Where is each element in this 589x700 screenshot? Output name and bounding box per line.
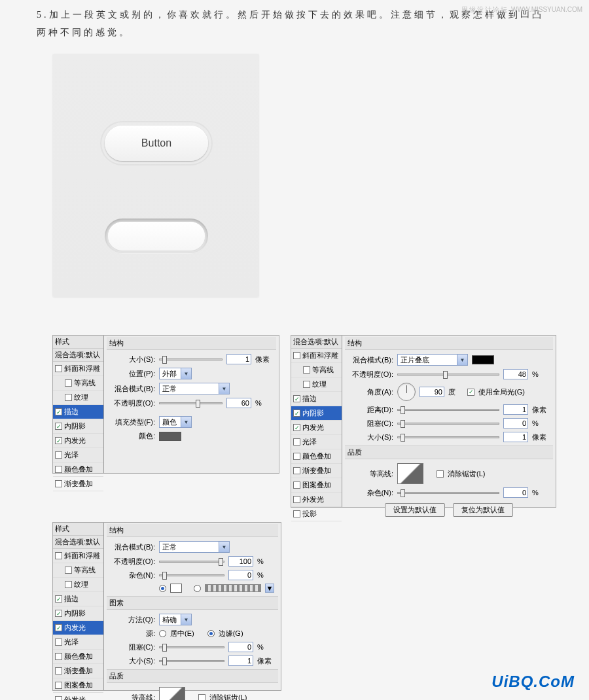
texture-item[interactable]: 纹理 — [53, 391, 103, 405]
style-list: 样式 混合选项:默认 斜面和浮雕 等高线 纹理 描边 内阴影 内发光 光泽 颜色… — [53, 336, 104, 473]
source-center-radio[interactable] — [159, 630, 166, 637]
size-slider[interactable] — [159, 359, 223, 360]
distance-slider[interactable] — [397, 409, 499, 411]
inner-glow-item[interactable]: 内发光 — [53, 434, 103, 448]
opacity-slider[interactable] — [159, 561, 224, 563]
layer-style-panel-inner-glow: 样式 混合选项:默认 斜面和浮雕 等高线 纹理 描边 内阴影 内发光 光泽 颜色… — [52, 522, 281, 691]
contour-picker[interactable] — [159, 687, 185, 700]
opacity-slider[interactable] — [159, 402, 223, 404]
fill-type-select[interactable]: 颜色▼ — [159, 416, 192, 428]
source-edge-radio[interactable] — [207, 630, 215, 637]
reset-default-button[interactable]: 复位为默认值 — [453, 503, 513, 517]
stroke-item[interactable]: 描边 — [53, 405, 103, 419]
structure-group: 结构 — [345, 337, 553, 350]
inner-shadow-item[interactable]: 内阴影 — [53, 606, 103, 621]
gradient-overlay-item[interactable]: 渐变叠加 — [53, 664, 103, 678]
layer-style-panel-stroke: 样式 混合选项:默认 斜面和浮雕 等高线 纹理 描边 内阴影 内发光 光泽 颜色… — [52, 335, 279, 474]
layer-style-panel-inner-shadow: 混合选项:默认 斜面和浮雕 等高线 纹理 描边 内阴影 内发光 光泽 颜色叠加 … — [291, 335, 556, 508]
inner-shadow-item[interactable]: 内阴影 — [53, 419, 103, 434]
color-overlay-item[interactable]: 颜色叠加 — [53, 650, 103, 664]
satin-item[interactable]: 光泽 — [291, 435, 342, 449]
blend-options-header[interactable]: 混合选项:默认 — [291, 336, 342, 349]
size-input[interactable] — [503, 432, 528, 442]
bottom-watermark: UiBQ.CoM — [491, 673, 575, 691]
choke-slider[interactable] — [397, 423, 499, 425]
method-select[interactable]: 精确▼ — [159, 614, 192, 625]
color-swatch[interactable] — [159, 432, 181, 441]
gradient-overlay-item[interactable]: 渐变叠加 — [291, 464, 342, 478]
blend-mode-select[interactable]: 正常▼ — [159, 541, 230, 553]
global-light-check[interactable] — [467, 389, 474, 396]
contour-item[interactable]: 等高线 — [291, 363, 342, 377]
opacity-input[interactable] — [226, 398, 251, 408]
distance-input[interactable] — [503, 404, 528, 415]
elements-group: 图素 — [107, 596, 278, 610]
contour-item[interactable]: 等高线 — [53, 376, 103, 391]
button-preview-panel: Button — [52, 54, 259, 297]
angle-input[interactable] — [419, 387, 444, 397]
quality-group: 品质 — [345, 446, 553, 459]
satin-item[interactable]: 光泽 — [53, 448, 103, 463]
choke-input[interactable] — [228, 642, 253, 652]
inner-shadow-item[interactable]: 内阴影 — [291, 406, 342, 421]
color-overlay-item[interactable]: 颜色叠加 — [291, 449, 342, 464]
top-watermark: 思缘设计论坛WWW.MISSYUAN.COM — [461, 5, 582, 14]
choke-input[interactable] — [503, 418, 528, 429]
stroke-item[interactable]: 描边 — [291, 392, 342, 406]
gradient-bar[interactable] — [205, 584, 261, 592]
blend-options-header[interactable]: 混合选项:默认 — [53, 349, 103, 362]
noise-input[interactable] — [503, 487, 528, 498]
gradient-radio[interactable] — [194, 585, 201, 592]
shadow-color-swatch[interactable] — [472, 355, 494, 364]
style-list: 混合选项:默认 斜面和浮雕 等高线 纹理 描边 内阴影 内发光 光泽 颜色叠加 … — [291, 336, 342, 507]
size-input[interactable] — [228, 656, 253, 666]
outer-glow-item[interactable]: 外发光 — [53, 693, 103, 700]
noise-input[interactable] — [228, 570, 253, 580]
gradient-overlay-item[interactable]: 渐变叠加 — [53, 477, 103, 491]
blendройmode-select[interactable]: 正片叠底▼ — [397, 354, 468, 366]
bevel-item[interactable]: 斜面和浮雕 — [53, 362, 103, 376]
styles-header: 样式 — [53, 336, 103, 349]
structure-group: 结构 — [107, 337, 276, 350]
contour-item[interactable]: 等高线 — [53, 563, 103, 578]
opacity-slider[interactable] — [397, 374, 499, 376]
position-select[interactable]: 外部▼ — [159, 368, 192, 379]
texture-item[interactable]: 纹理 — [291, 377, 342, 392]
blend-mode-select[interactable]: 正常▼ — [159, 383, 230, 394]
glow-color-swatch[interactable] — [170, 584, 182, 593]
inner-glow-item[interactable]: 内发光 — [291, 421, 342, 435]
bevel-item[interactable]: 斜面和浮雕 — [291, 349, 342, 363]
color-overlay-item[interactable]: 颜色叠加 — [53, 463, 103, 477]
stroke-item[interactable]: 描边 — [53, 592, 103, 606]
angle-dial[interactable] — [397, 383, 416, 401]
noise-slider[interactable] — [159, 574, 224, 576]
size-input[interactable] — [226, 354, 251, 364]
size-slider[interactable] — [159, 660, 224, 662]
blend-options-header[interactable]: 混合选项:默认 — [53, 536, 103, 549]
noise-slider[interactable] — [397, 492, 499, 494]
convex-button-sample: Button — [105, 126, 208, 161]
antialias-check[interactable] — [198, 694, 205, 701]
size-slider[interactable] — [397, 436, 499, 438]
styles-header: 样式 — [53, 523, 103, 536]
outer-glow-item[interactable]: 外发光 — [291, 493, 342, 507]
pattern-overlay-item[interactable]: 图案叠加 — [53, 678, 103, 693]
inner-glow-settings: 结构 混合模式(B):正常▼ 不透明度(O):% 杂色(N):% ▼ 图素 方法… — [104, 523, 281, 690]
color-radio[interactable] — [159, 585, 166, 592]
pattern-overlay-item[interactable]: 图案叠加 — [291, 478, 342, 493]
inner-shadow-settings: 结构 混合模式(B):正片叠底▼ 不透明度(O):% 角度(A):度使用全局光(… — [342, 336, 556, 507]
opacity-input[interactable] — [503, 369, 528, 379]
contour-picker[interactable] — [397, 463, 423, 484]
antialias-check[interactable] — [437, 470, 444, 478]
structure-group: 结构 — [107, 524, 278, 537]
texture-item[interactable]: 纹理 — [53, 578, 103, 592]
quality-group: 品质 — [107, 669, 278, 683]
inner-glow-item[interactable]: 内发光 — [53, 621, 103, 635]
bevel-item[interactable]: 斜面和浮雕 — [53, 549, 103, 563]
set-default-button[interactable]: 设置为默认值 — [385, 503, 445, 517]
satin-item[interactable]: 光泽 — [53, 635, 103, 650]
opacity-input[interactable] — [228, 556, 253, 567]
choke-slider[interactable] — [159, 646, 224, 648]
concave-button-sample — [105, 219, 208, 254]
drop-shadow-item[interactable]: 投影 — [291, 507, 342, 521]
